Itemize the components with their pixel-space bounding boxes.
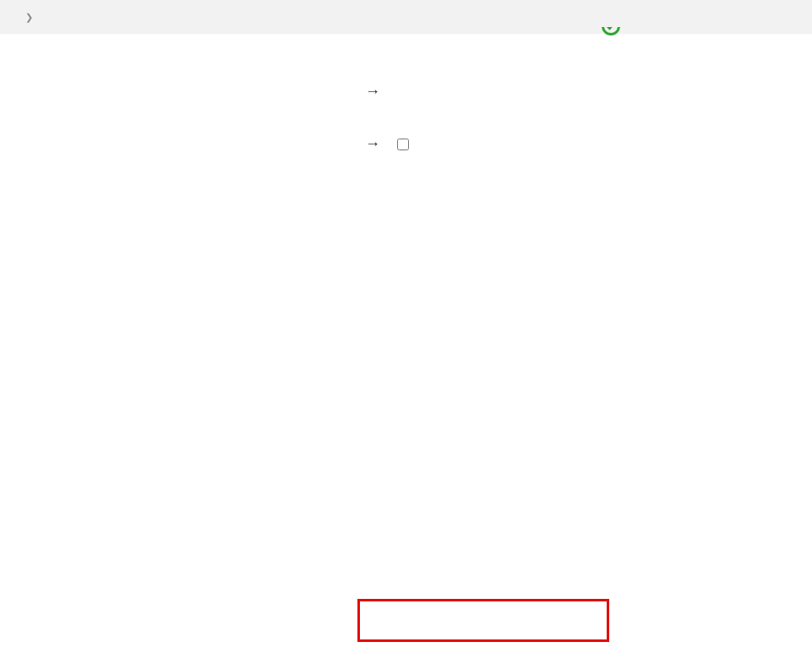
chevron-right-icon: ❯: [25, 12, 33, 23]
restart-checkbox[interactable]: [397, 139, 409, 150]
arrow-right-icon: →: [365, 135, 380, 153]
breadcrumb: ❯: [0, 0, 812, 34]
success-icon: [602, 27, 625, 41]
arrow-right-icon: →: [365, 83, 380, 101]
annotation-highlight-box: [357, 599, 609, 642]
